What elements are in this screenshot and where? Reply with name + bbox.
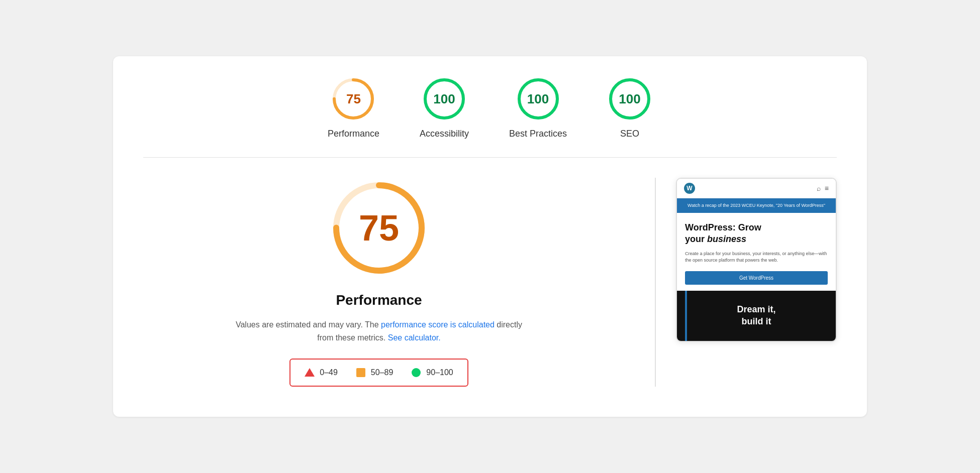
score-label-best-practices: Best Practices xyxy=(509,129,567,139)
score-item-accessibility: 100 Accessibility xyxy=(420,76,469,139)
score-circle-accessibility: 100 xyxy=(422,76,467,122)
score-value-best-practices: 100 xyxy=(527,91,549,107)
score-value-performance: 75 xyxy=(346,91,361,107)
phone-icons: ⌕ ≡ xyxy=(817,184,829,192)
score-circle-performance: 75 xyxy=(331,76,376,122)
phone-mockup: W ⌕ ≡ Watch a recap of the 2023 WCEU Key… xyxy=(676,178,837,341)
phone-image-block: Dream it, build it xyxy=(677,291,836,341)
get-wordpress-button[interactable]: Get WordPress xyxy=(685,271,828,285)
description-text: Values are estimated and may vary. The p… xyxy=(233,318,525,344)
score-value-seo: 100 xyxy=(619,91,640,107)
calculator-link[interactable]: See calculator. xyxy=(388,333,441,342)
triangle-icon xyxy=(305,368,315,378)
score-value-accessibility: 100 xyxy=(433,91,455,107)
phone-sub: Create a place for your business, your i… xyxy=(685,251,828,264)
legend-range-low: 0–49 xyxy=(320,368,338,377)
legend-item-medium: 50–89 xyxy=(356,368,394,378)
performance-score-link[interactable]: performance score is calculated xyxy=(381,320,495,329)
square-icon xyxy=(356,368,366,378)
legend-item-low: 0–49 xyxy=(305,368,338,378)
phone-top-bar: W ⌕ ≡ xyxy=(677,179,836,198)
score-circle-best-practices: 100 xyxy=(516,76,561,122)
right-panel: W ⌕ ≡ Watch a recap of the 2023 WCEU Key… xyxy=(676,178,837,386)
scores-row: 75 Performance 100 Accessibility xyxy=(143,76,837,158)
big-score-value: 75 xyxy=(359,207,399,249)
phone-headline: WordPress: Grow your business xyxy=(685,222,828,246)
legend-box: 0–49 50–89 90–100 xyxy=(289,359,468,387)
left-panel: 75 Performance Values are estimated and … xyxy=(143,178,635,386)
main-card: 75 Performance 100 Accessibility xyxy=(113,56,867,416)
score-circle-seo: 100 xyxy=(607,76,652,122)
phone-banner: Watch a recap of the 2023 WCEU Keynote, … xyxy=(677,198,836,213)
main-content: 75 Performance Values are estimated and … xyxy=(143,178,837,386)
description-text-before: Values are estimated and may vary. The xyxy=(236,320,381,329)
legend-range-high: 90–100 xyxy=(426,368,453,377)
score-label-performance: Performance xyxy=(328,129,379,139)
big-score-label: Performance xyxy=(336,292,422,308)
menu-icon: ≡ xyxy=(825,184,829,192)
wp-logo: W xyxy=(684,183,695,194)
big-score-circle: 75 xyxy=(329,178,429,278)
score-item-best-practices: 100 Best Practices xyxy=(509,76,567,139)
phone-body: WordPress: Grow your business Create a p… xyxy=(677,213,836,291)
legend-range-medium: 50–89 xyxy=(371,368,394,377)
divider xyxy=(655,178,656,386)
score-item-performance: 75 Performance xyxy=(328,76,379,139)
score-label-seo: SEO xyxy=(620,129,639,139)
legend-item-high: 90–100 xyxy=(411,368,453,378)
score-label-accessibility: Accessibility xyxy=(420,129,469,139)
phone-image-text: Dream it, build it xyxy=(737,304,775,327)
score-item-seo: 100 SEO xyxy=(607,76,652,139)
circle-icon xyxy=(411,368,421,378)
search-icon: ⌕ xyxy=(817,184,821,192)
